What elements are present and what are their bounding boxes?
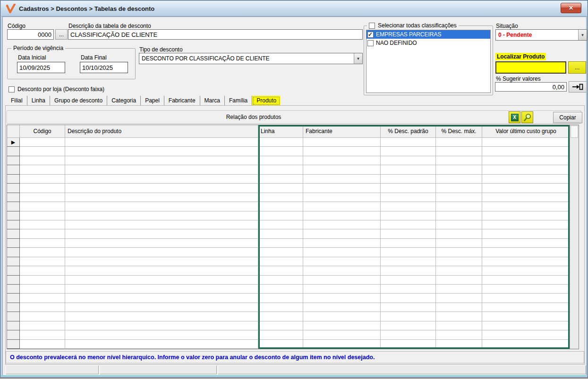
table-row[interactable] [7, 303, 570, 312]
grid-cell[interactable] [65, 175, 258, 184]
grid-cell[interactable] [436, 193, 482, 202]
grid-cell[interactable] [258, 239, 303, 248]
close-button[interactable]: ✕ [561, 3, 581, 13]
grid-cell[interactable] [303, 285, 381, 294]
grid-cell[interactable] [381, 285, 436, 294]
table-row[interactable] [7, 229, 570, 238]
grid-cell[interactable] [303, 184, 381, 193]
table-row[interactable] [7, 248, 570, 257]
grid-cell[interactable] [258, 229, 303, 238]
grid-cell[interactable] [20, 321, 65, 330]
table-row[interactable] [7, 220, 570, 229]
grid-cell[interactable] [381, 294, 436, 303]
grid-cell[interactable] [381, 340, 436, 349]
grid-cell[interactable] [20, 248, 65, 257]
grid-cell[interactable] [482, 147, 570, 156]
grid-cell[interactable] [258, 220, 303, 229]
grid-cell[interactable] [258, 266, 303, 275]
grid-cell[interactable] [20, 138, 65, 147]
grid-cell[interactable] [20, 239, 65, 248]
grid-cell[interactable] [65, 138, 258, 147]
grid-cell[interactable] [258, 147, 303, 156]
descricao-input[interactable]: CLASSIFICAÇÃO DE CLIENTE [68, 29, 363, 40]
grid-cell[interactable] [436, 202, 482, 211]
tab-fabricante[interactable]: Fabricante [164, 96, 200, 106]
grid-cell[interactable] [258, 156, 303, 165]
desconto-loja-checkbox-row[interactable]: Desconto por loja (Desconto faixa) [9, 86, 104, 93]
grid-cell[interactable] [65, 184, 258, 193]
grid-cell[interactable] [20, 211, 65, 220]
tab-linha[interactable]: Linha [27, 96, 50, 106]
grid-cell[interactable] [303, 147, 381, 156]
grid-cell[interactable] [303, 138, 381, 147]
grid-cell[interactable] [303, 165, 381, 174]
grid-cell[interactable] [258, 330, 303, 339]
grid-cell[interactable] [381, 147, 436, 156]
table-row[interactable] [7, 211, 570, 220]
table-row[interactable]: ▶ [7, 138, 570, 147]
grid-cell[interactable] [436, 138, 482, 147]
apply-values-button[interactable] [569, 81, 587, 93]
grid-cell[interactable] [20, 202, 65, 211]
grid-cell[interactable] [258, 165, 303, 174]
situacao-select[interactable]: 0 - Pendente ▼ [495, 29, 587, 41]
grid-cell[interactable] [303, 220, 381, 229]
grid-cell[interactable] [65, 340, 258, 349]
grid-cell[interactable] [65, 285, 258, 294]
desconto-loja-checkbox[interactable] [9, 86, 15, 93]
table-row[interactable] [7, 202, 570, 211]
grid-cell[interactable] [436, 330, 482, 339]
grid-cell[interactable] [20, 294, 65, 303]
grid-cell[interactable] [20, 285, 65, 294]
tab-familia[interactable]: Família [225, 96, 252, 106]
grid-cell[interactable] [436, 285, 482, 294]
grid-cell[interactable] [258, 285, 303, 294]
grid-cell[interactable] [20, 229, 65, 238]
select-all-checkbox[interactable] [369, 23, 375, 29]
grid-cell[interactable] [436, 303, 482, 312]
grid-cell[interactable] [482, 276, 570, 285]
grid-cell[interactable] [20, 312, 65, 321]
grid-cell[interactable] [20, 340, 65, 349]
grid-cell[interactable] [20, 165, 65, 174]
tab-produto[interactable]: Produto [252, 96, 281, 106]
grid-cell[interactable] [65, 239, 258, 248]
grid-cell[interactable] [65, 165, 258, 174]
select-all-classificacoes[interactable]: Selecionar todas classificações [367, 22, 459, 29]
grid-cell[interactable] [381, 330, 436, 339]
nao-definido-checkbox[interactable] [367, 40, 374, 46]
grid-cell[interactable] [482, 229, 570, 238]
grid-cell[interactable] [303, 211, 381, 220]
table-row[interactable] [7, 294, 570, 303]
grid-cell[interactable] [258, 248, 303, 257]
grid-cell[interactable] [436, 147, 482, 156]
grid-cell[interactable] [436, 211, 482, 220]
grid-cell[interactable] [381, 175, 436, 184]
grid-cell[interactable] [436, 156, 482, 165]
grid-cell[interactable] [65, 276, 258, 285]
grid-cell[interactable] [436, 248, 482, 257]
grid-cell[interactable] [258, 184, 303, 193]
grid-cell[interactable] [381, 138, 436, 147]
grid-cell[interactable] [65, 202, 258, 211]
grid-cell[interactable] [20, 175, 65, 184]
grid-cell[interactable] [65, 294, 258, 303]
grid-cell[interactable] [436, 175, 482, 184]
table-row[interactable] [7, 266, 570, 275]
list-item-empresas-parceiras[interactable]: EMPRESAS PARCEIRAS [366, 30, 490, 39]
grid-cell[interactable] [20, 193, 65, 202]
grid-cell[interactable] [65, 229, 258, 238]
table-row[interactable] [7, 330, 570, 339]
grid-cell[interactable] [436, 239, 482, 248]
grid-cell[interactable] [303, 321, 381, 330]
grid-cell[interactable] [303, 340, 381, 349]
grid-cell[interactable] [258, 276, 303, 285]
grid-cell[interactable] [436, 312, 482, 321]
grid-cell[interactable] [258, 294, 303, 303]
tipo-desconto-select[interactable]: DESCONTO POR CLASSIFICAÇÃO DE CLIENTE ▼ [139, 53, 363, 64]
localizar-produto-browse-button[interactable]: ... [568, 61, 586, 74]
grid-cell[interactable] [258, 312, 303, 321]
copy-button[interactable]: Copiar [553, 112, 582, 123]
grid-cell[interactable] [303, 303, 381, 312]
grid-cell[interactable] [482, 294, 570, 303]
